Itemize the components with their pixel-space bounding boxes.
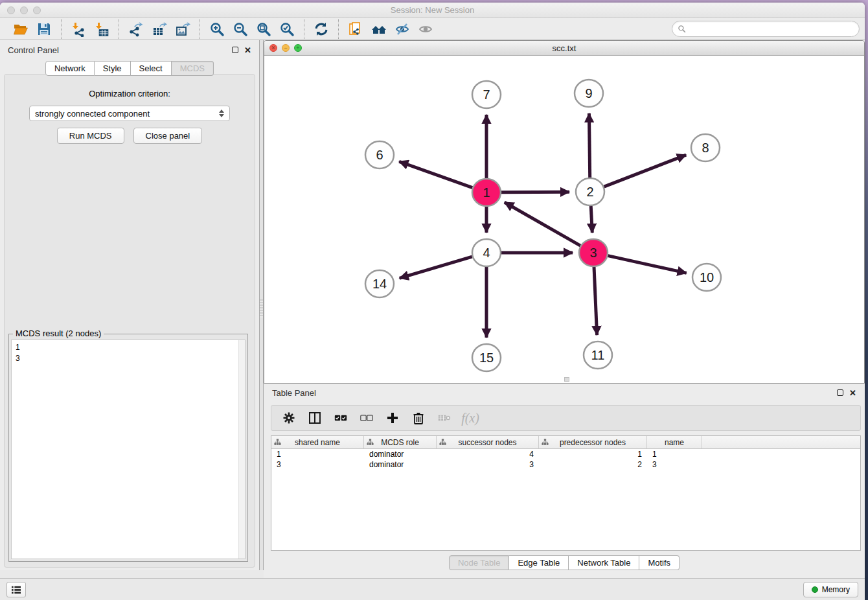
zoom-selected-button[interactable] [275,19,299,39]
import-network-button[interactable] [67,19,90,39]
graph-node-11[interactable]: 11 [584,341,612,369]
search-input[interactable] [689,24,854,34]
column-header-name[interactable]: name [647,436,702,448]
graph-edge-4-14[interactable] [400,257,472,278]
close-panel-button[interactable]: Close panel [133,128,203,144]
graph-edge-3-1[interactable] [505,202,580,246]
table-row[interactable]: 1dominator411 [271,449,860,459]
table-cell[interactable]: 2 [539,459,647,470]
delete-column-button[interactable] [410,410,427,426]
tab-mcds[interactable]: MCDS [172,61,214,76]
scrollbar-track[interactable] [238,340,245,559]
add-column-icon [386,411,399,424]
graph-node-9[interactable]: 9 [575,80,603,107]
tab-motifs[interactable]: Motifs [639,555,680,570]
table-cell[interactable]: 3 [647,459,702,470]
show-all-button[interactable] [414,19,437,39]
table-row[interactable]: 3dominator323 [271,459,860,470]
memory-button[interactable]: Memory [803,582,858,597]
table-cell[interactable]: 1 [539,449,647,459]
show-all-icon [418,21,433,37]
float-panel-icon[interactable] [232,47,238,53]
column-header-successor-nodes[interactable]: successor nodes [437,436,539,448]
table-cell[interactable]: dominator [364,449,437,459]
graph-node-8[interactable]: 8 [691,134,720,161]
select-all-button[interactable] [332,410,349,426]
table-cell[interactable]: dominator [364,459,437,470]
export-image-button[interactable] [171,19,194,39]
graph-node-2[interactable]: 2 [576,178,604,205]
network-canvas[interactable]: 7968124314101511 [264,56,864,383]
graph-edge-3-10[interactable] [608,256,686,273]
tab-style[interactable]: Style [95,61,131,76]
panel-splitter[interactable] [259,40,264,570]
zoom-in-button[interactable] [205,19,229,39]
tab-select[interactable]: Select [131,61,172,76]
graph-edge-1-2[interactable] [501,192,569,192]
graph-edge-2-3[interactable] [591,206,592,233]
node-label: 4 [483,246,490,260]
table-cell[interactable]: 3 [437,459,539,470]
import-table-button[interactable] [90,19,113,39]
toolbar-separator [61,19,62,39]
graph-edge-1-6[interactable] [399,161,472,187]
zoom-out-icon [233,21,248,37]
graph-edge-3-11[interactable] [594,267,597,335]
float-table-panel-icon[interactable] [837,389,843,396]
tab-network-table[interactable]: Network Table [569,555,639,570]
open-file-button[interactable] [9,19,32,39]
network-view-window: ✕ − + scc.txt 7968124314101511 [264,40,865,384]
table-cell[interactable]: 1 [647,449,702,459]
graph-node-14[interactable]: 14 [365,270,394,297]
zoom-out-button[interactable] [229,19,252,39]
graph-node-4[interactable]: 4 [472,239,501,266]
attribute-tree-icon [542,439,549,446]
split-columns-button[interactable] [306,410,323,426]
tab-network[interactable]: Network [45,61,95,76]
run-mcds-button[interactable]: Run MCDS [57,128,124,144]
table-cell[interactable]: 4 [437,449,539,459]
save-session-button[interactable] [32,19,56,39]
column-header-shared-name[interactable]: shared name [271,436,364,448]
mcds-result-textarea[interactable]: 13 [11,340,246,559]
node-label: 7 [483,87,490,102]
clone-network-button[interactable] [344,19,367,39]
tab-node-table[interactable]: Node Table [449,555,510,570]
deselect-all-button[interactable] [358,410,375,426]
add-column-button[interactable] [384,410,401,426]
column-header-predecessor-nodes[interactable]: predecessor nodes [539,436,647,448]
graph-node-10[interactable]: 10 [692,264,721,291]
gear-button[interactable] [280,410,297,426]
refresh-button[interactable] [310,19,333,39]
graph-node-15[interactable]: 15 [472,344,501,371]
export-table-button[interactable] [148,19,171,39]
graph-node-3[interactable]: 3 [579,239,608,266]
graph-node-1[interactable]: 1 [472,179,501,206]
close-panel-icon[interactable]: ✕ [244,46,251,54]
graph-node-6[interactable]: 6 [365,141,394,168]
network-graph[interactable]: 7968124314101511 [264,56,864,383]
delete-table-button[interactable] [436,410,453,426]
criterion-select[interactable]: strongly connected component [29,106,230,121]
export-network-button[interactable] [124,19,148,39]
close-table-panel-icon[interactable]: ✕ [849,389,856,397]
graph-edge-2-8[interactable] [604,155,686,187]
export-table-icon [152,21,167,37]
canvas-resize-grip[interactable] [564,377,569,382]
network-window-titlebar[interactable]: ✕ − + scc.txt [264,41,864,56]
node-label: 1 [483,185,490,200]
column-header-MCDS-role[interactable]: MCDS role [364,436,437,448]
table-cell[interactable]: 3 [271,459,364,470]
tab-edge-table[interactable]: Edge Table [509,555,569,570]
table-cell[interactable]: 1 [271,449,364,459]
search-icon [678,25,686,33]
chevron-updown-icon [219,110,224,117]
function-builder-button[interactable]: f(x) [462,410,479,426]
task-history-button[interactable] [6,582,26,597]
first-neighbors-button[interactable] [367,19,391,39]
zoom-fit-button[interactable] [252,19,275,39]
splitter-grip[interactable] [260,299,263,317]
graph-node-7[interactable]: 7 [472,81,501,108]
hide-selected-button[interactable] [391,19,414,39]
graph-edge-2-9[interactable] [589,113,589,178]
